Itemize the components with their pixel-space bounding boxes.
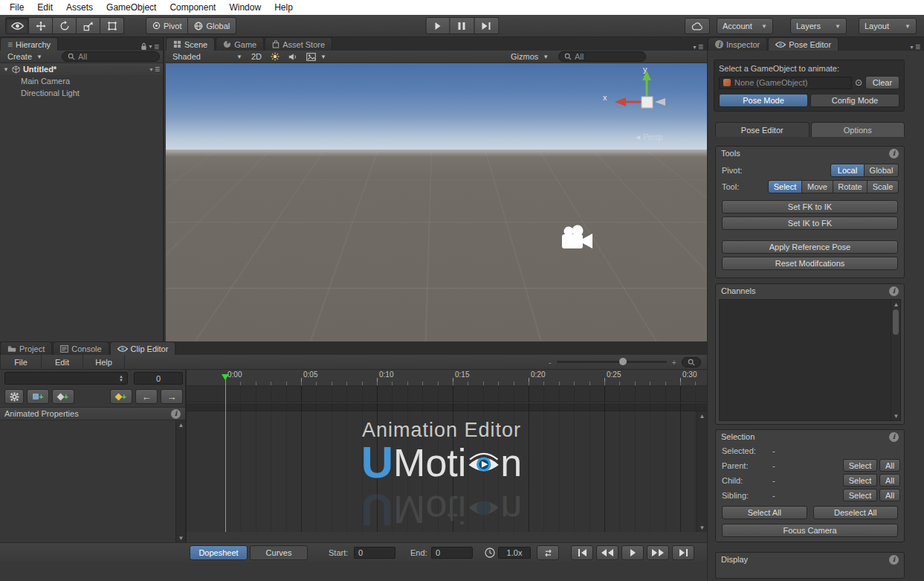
skip-end-button[interactable] bbox=[672, 545, 694, 560]
scroll-up-arrow[interactable]: ▲ bbox=[176, 420, 186, 429]
frame-number-field[interactable]: 0 bbox=[134, 372, 183, 385]
play-animation-button[interactable] bbox=[621, 545, 644, 560]
skip-start-button[interactable] bbox=[571, 545, 593, 560]
menu-component[interactable]: Component bbox=[163, 0, 222, 15]
scroll-up-arrow[interactable]: ▲ bbox=[697, 411, 707, 420]
zoom-slider-thumb[interactable] bbox=[619, 358, 627, 365]
dopesheet-area[interactable]: Animation Editor UMoti n UMoti bbox=[187, 411, 697, 532]
add-keyframe-button[interactable]: + bbox=[52, 389, 74, 404]
pane-menu-icon[interactable]: ▼ bbox=[692, 45, 697, 50]
tab-asset-store[interactable]: Asset Store bbox=[265, 37, 332, 51]
step-button[interactable] bbox=[474, 17, 499, 34]
add-property-button[interactable]: + bbox=[27, 389, 49, 404]
lighting-toggle-button[interactable] bbox=[266, 52, 284, 61]
scroll-up-arrow[interactable]: ▲ bbox=[891, 300, 901, 309]
info-icon[interactable]: i bbox=[889, 149, 899, 158]
foldout-arrow-icon[interactable]: ▼ bbox=[3, 66, 9, 73]
pane-menu-icon[interactable]: ▼ bbox=[148, 44, 153, 49]
menu-assets[interactable]: Assets bbox=[59, 0, 100, 15]
tab-console[interactable]: Console bbox=[53, 341, 109, 355]
child-all-button[interactable]: All bbox=[879, 474, 900, 487]
tab-game[interactable]: Game bbox=[216, 37, 264, 51]
playback-speed-field[interactable]: 1.0x bbox=[498, 547, 531, 559]
layout-dropdown[interactable]: Layout▼ bbox=[859, 18, 917, 34]
menu-help[interactable]: Help bbox=[268, 0, 300, 15]
deselect-all-button[interactable]: Deselect All bbox=[813, 506, 899, 519]
tab-hierarchy[interactable]: ≡ Hierarchy bbox=[0, 37, 58, 51]
hierarchy-search-input[interactable]: All bbox=[62, 51, 160, 62]
curves-tab[interactable]: Curves bbox=[250, 545, 308, 560]
scroll-down-arrow[interactable]: ▼ bbox=[697, 523, 707, 532]
channels-scrollbar[interactable]: ▲ ▼ bbox=[891, 300, 900, 420]
scroll-down-arrow[interactable]: ▼ bbox=[176, 533, 186, 542]
pane-menu-icon[interactable]: ▼ bbox=[149, 67, 154, 72]
menu-file[interactable]: File bbox=[3, 0, 30, 15]
tool-move-button[interactable]: Move bbox=[802, 180, 833, 193]
2d-toggle-button[interactable]: 2D bbox=[247, 52, 266, 61]
hierarchy-item-main-camera[interactable]: Main Camera bbox=[21, 77, 70, 86]
animated-properties-list[interactable]: ▲ ▼ bbox=[0, 420, 185, 542]
clip-search-button[interactable] bbox=[682, 357, 701, 367]
end-field[interactable]: 0 bbox=[431, 547, 473, 559]
timeline-ruler[interactable]: 0:00 0:05 0:10 0:15 0:20 0:25 0:30 bbox=[187, 370, 707, 386]
play-button[interactable] bbox=[425, 17, 450, 34]
set-fk-to-ik-button[interactable]: Set FK to IK bbox=[722, 200, 898, 214]
layers-dropdown[interactable]: Layers▼ bbox=[790, 18, 847, 34]
playhead-marker[interactable] bbox=[222, 374, 229, 380]
playhead-line[interactable] bbox=[225, 380, 226, 532]
keyframe-track[interactable] bbox=[187, 386, 707, 402]
gizmos-dropdown[interactable]: Gizmos▼ bbox=[506, 52, 553, 61]
rotate-tool-button[interactable] bbox=[53, 17, 77, 34]
loop-toggle-button[interactable] bbox=[537, 545, 559, 560]
scene-viewport[interactable]: y x ◀ Persp bbox=[166, 63, 707, 341]
lock-icon[interactable] bbox=[140, 42, 147, 51]
scene-orientation-gizmo[interactable]: y x ◀ Persp bbox=[609, 68, 691, 142]
menu-window[interactable]: Window bbox=[222, 0, 268, 15]
menu-edit[interactable]: Edit bbox=[30, 0, 59, 15]
sibling-select-button[interactable]: Select bbox=[843, 489, 877, 501]
tool-scale-button[interactable]: Scale bbox=[868, 180, 899, 193]
camera-gizmo-icon[interactable] bbox=[560, 225, 595, 251]
pivot-toggle-button[interactable]: Pivot bbox=[146, 17, 188, 34]
scale-tool-button[interactable] bbox=[77, 17, 100, 34]
selection-header[interactable]: Selection i bbox=[716, 430, 904, 443]
start-field[interactable]: 0 bbox=[354, 547, 395, 559]
info-icon[interactable]: i bbox=[889, 286, 899, 296]
tab-clip-editor[interactable]: Clip Editor bbox=[110, 341, 176, 355]
global-toggle-button[interactable]: Global bbox=[188, 17, 236, 34]
tab-inspector[interactable]: i Inspector bbox=[708, 37, 767, 51]
tab-pose-editor[interactable]: Pose Editor bbox=[768, 37, 839, 51]
zoom-in-label[interactable]: + bbox=[672, 358, 676, 367]
effects-dropdown[interactable]: ▼ bbox=[302, 53, 331, 61]
channels-list[interactable]: ▲ ▼ bbox=[719, 299, 901, 421]
clip-select-dropdown[interactable]: ▲▼ bbox=[4, 372, 128, 385]
cloud-services-button[interactable] bbox=[685, 18, 710, 34]
scroll-down-arrow[interactable]: ▼ bbox=[891, 411, 901, 420]
next-keyframe-button[interactable]: → bbox=[161, 389, 183, 404]
display-header[interactable]: Display i bbox=[716, 553, 904, 566]
fast-forward-button[interactable] bbox=[647, 545, 669, 560]
add-key-all-button[interactable]: + bbox=[110, 389, 132, 404]
scene-search-input[interactable]: All bbox=[558, 51, 646, 62]
clear-button[interactable]: Clear bbox=[865, 76, 899, 89]
keyframe-subtrack[interactable] bbox=[187, 403, 707, 411]
object-picker-icon[interactable]: ⊙ bbox=[855, 77, 862, 88]
clip-menu-help[interactable]: Help bbox=[83, 355, 125, 370]
tool-rotate-button[interactable]: Rotate bbox=[833, 180, 868, 193]
zoom-out-label[interactable]: - bbox=[549, 358, 552, 367]
info-icon[interactable]: i bbox=[889, 555, 899, 565]
view-tool-button[interactable] bbox=[5, 17, 29, 34]
create-dropdown[interactable]: Create▼ bbox=[3, 52, 47, 61]
parent-all-button[interactable]: All bbox=[879, 459, 900, 472]
set-ik-to-fk-button[interactable]: Set IK to FK bbox=[722, 216, 898, 230]
subtab-pose-editor[interactable]: Pose Editor bbox=[715, 122, 810, 137]
zoom-slider[interactable] bbox=[557, 361, 667, 363]
audio-toggle-button[interactable] bbox=[284, 53, 302, 61]
channels-header[interactable]: Channels i bbox=[716, 284, 904, 298]
dopesheet-vscrollbar[interactable]: ▲ ▼ bbox=[697, 411, 707, 532]
settings-button[interactable] bbox=[4, 389, 24, 404]
select-all-button[interactable]: Select All bbox=[722, 506, 807, 519]
reset-modifications-button[interactable]: Reset Modifcations bbox=[722, 257, 898, 270]
parent-select-button[interactable]: Select bbox=[843, 459, 877, 472]
scene-row-untitled[interactable]: ▼ Untitled* ▼≡ bbox=[0, 63, 163, 75]
